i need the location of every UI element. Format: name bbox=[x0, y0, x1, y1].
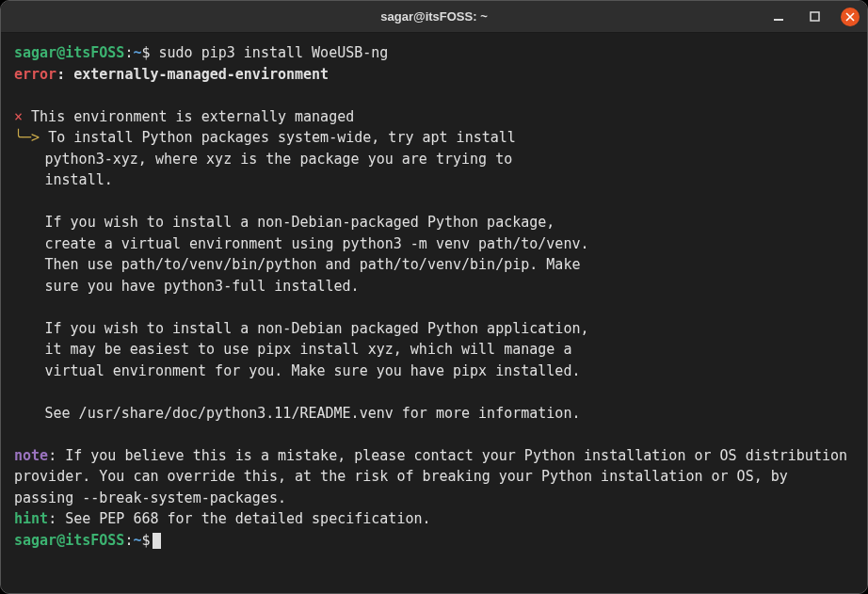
cursor bbox=[153, 533, 161, 549]
titlebar: sagar@itsFOSS: ~ bbox=[1, 1, 867, 33]
note-label: note bbox=[14, 447, 48, 464]
svg-rect-1 bbox=[811, 12, 819, 21]
error-line: error: externally-managed-environment bbox=[14, 64, 854, 86]
terminal-window: sagar@itsFOSS: ~ sagar@itsFOSS:~$ sudo p… bbox=[0, 0, 868, 594]
error-label: error bbox=[14, 66, 56, 83]
prompt-host: itsFOSS bbox=[65, 44, 124, 61]
arrow-icon: ╰─> bbox=[14, 129, 40, 146]
env-title-line: × This environment is externally managed bbox=[14, 106, 854, 128]
error-message: externally-managed-environment bbox=[73, 66, 329, 83]
hint-label: hint bbox=[14, 510, 48, 527]
prompt-user: sagar bbox=[14, 44, 56, 61]
close-button[interactable] bbox=[841, 8, 860, 26]
window-controls bbox=[769, 8, 860, 26]
prompt-line-1: sagar@itsFOSS:~$ sudo pip3 install WoeUS… bbox=[14, 42, 854, 64]
window-title: sagar@itsFOSS: ~ bbox=[1, 9, 867, 24]
command-text: sudo pip3 install WoeUSB-ng bbox=[159, 44, 389, 61]
prompt-line-2: sagar@itsFOSS:~$ bbox=[14, 530, 854, 552]
terminal-body[interactable]: sagar@itsFOSS:~$ sudo pip3 install WoeUS… bbox=[1, 33, 867, 593]
minimize-button[interactable] bbox=[769, 8, 788, 26]
cross-icon: × bbox=[14, 108, 23, 125]
hint-line: hint: See PEP 668 for the detailed speci… bbox=[14, 508, 854, 530]
note-line: note: If you believe this is a mistake, … bbox=[14, 445, 854, 509]
maximize-button[interactable] bbox=[805, 8, 824, 26]
